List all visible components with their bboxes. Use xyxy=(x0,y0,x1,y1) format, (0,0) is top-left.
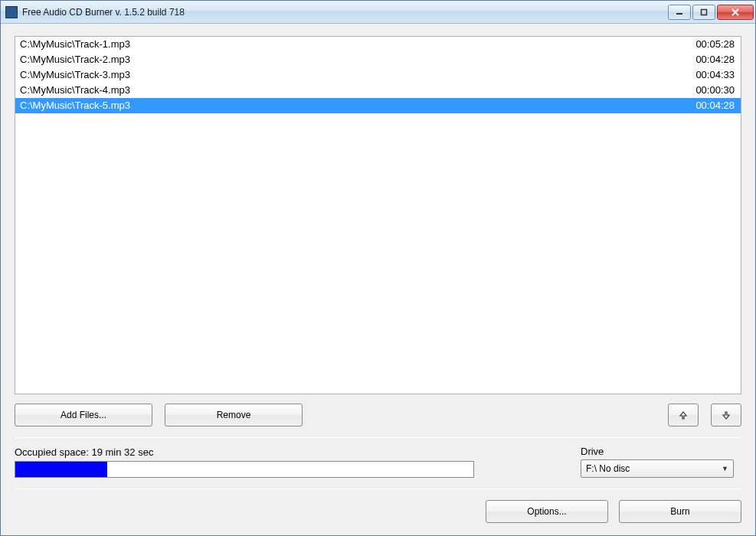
track-path: C:\MyMusic\Track-2.mp3 xyxy=(20,53,688,67)
track-row[interactable]: C:\MyMusic\Track-5.mp300:04:28 xyxy=(15,98,741,113)
track-row[interactable]: C:\MyMusic\Track-1.mp300:05:28 xyxy=(15,37,741,52)
occupied-progress xyxy=(15,461,474,478)
app-window: Free Audio CD Burner v. 1.5.2 build 718 … xyxy=(0,0,756,536)
svg-rect-1 xyxy=(702,9,707,15)
window-controls xyxy=(668,5,754,20)
maximize-icon xyxy=(700,8,708,16)
close-button[interactable] xyxy=(717,5,754,20)
track-list[interactable]: C:\MyMusic\Track-1.mp300:05:28C:\MyMusic… xyxy=(15,36,741,394)
occupied-label-prefix: Occupied space: xyxy=(15,446,91,458)
track-path: C:\MyMusic\Track-5.mp3 xyxy=(20,99,688,113)
occupied-space-label: Occupied space: 19 min 32 sec xyxy=(15,446,565,458)
occupied-space-block: Occupied space: 19 min 32 sec xyxy=(15,446,565,478)
arrow-up-icon xyxy=(679,410,688,420)
client-area: C:\MyMusic\Track-1.mp300:05:28C:\MyMusic… xyxy=(1,24,755,535)
remove-button[interactable]: Remove xyxy=(165,404,303,427)
drive-selected: F:\ No disc xyxy=(586,463,722,474)
track-row[interactable]: C:\MyMusic\Track-2.mp300:04:28 xyxy=(15,52,741,67)
move-up-button[interactable] xyxy=(668,404,699,427)
occupied-value: 19 min 32 sec xyxy=(91,446,153,458)
track-row[interactable]: C:\MyMusic\Track-4.mp300:00:30 xyxy=(15,83,741,98)
track-duration: 00:04:28 xyxy=(688,99,735,113)
track-path: C:\MyMusic\Track-3.mp3 xyxy=(20,68,688,82)
app-icon xyxy=(5,6,18,18)
titlebar[interactable]: Free Audio CD Burner v. 1.5.2 build 718 xyxy=(1,1,755,24)
drive-combo[interactable]: F:\ No disc ▼ xyxy=(581,459,734,478)
minimize-button[interactable] xyxy=(668,5,691,20)
track-duration: 00:05:28 xyxy=(688,38,735,51)
window-title: Free Audio CD Burner v. 1.5.2 build 718 xyxy=(22,7,668,18)
track-duration: 00:04:33 xyxy=(688,68,735,82)
bottom-buttons-row: Options... Burn xyxy=(15,489,741,528)
occupied-progress-fill xyxy=(15,462,107,477)
track-path: C:\MyMusic\Track-4.mp3 xyxy=(20,83,688,97)
add-files-button[interactable]: Add Files... xyxy=(15,404,152,427)
chevron-down-icon: ▼ xyxy=(722,465,728,472)
drive-block: Drive F:\ No disc ▼ xyxy=(581,446,741,478)
space-drive-row: Occupied space: 19 min 32 sec Drive F:\ … xyxy=(15,438,741,489)
minimize-icon xyxy=(676,8,683,16)
burn-button[interactable]: Burn xyxy=(619,500,741,523)
drive-label: Drive xyxy=(581,446,741,457)
track-duration: 00:04:28 xyxy=(688,53,735,67)
track-row[interactable]: C:\MyMusic\Track-3.mp300:04:33 xyxy=(15,67,741,83)
track-duration: 00:00:30 xyxy=(688,83,735,97)
maximize-button[interactable] xyxy=(692,5,715,20)
close-icon xyxy=(731,8,740,16)
options-button[interactable]: Options... xyxy=(486,500,608,523)
arrow-down-icon xyxy=(722,410,731,420)
track-path: C:\MyMusic\Track-1.mp3 xyxy=(20,38,688,51)
move-down-button[interactable] xyxy=(711,404,741,427)
list-buttons-row: Add Files... Remove xyxy=(15,394,741,437)
